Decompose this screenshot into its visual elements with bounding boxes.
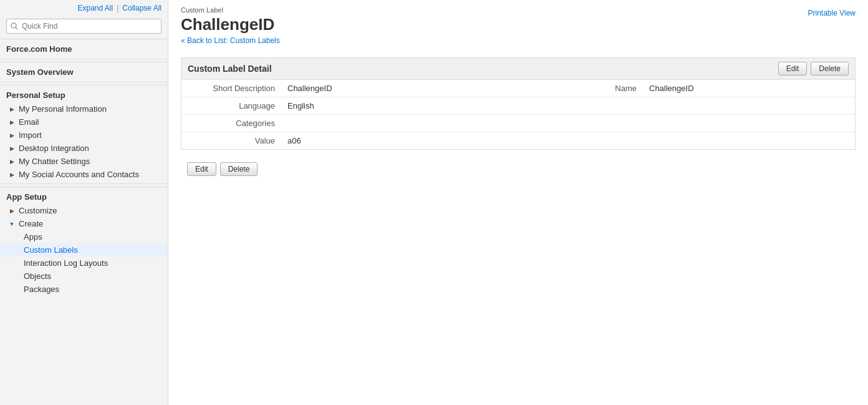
back-link[interactable]: Back to List: Custom Labels [181,36,280,45]
field-label-empty-3 [593,132,643,150]
field-value-short-desc: ChallengeID [281,80,593,97]
delete-button[interactable]: Delete [811,62,849,76]
edit-button-bottom[interactable]: Edit [187,162,216,176]
sidebar-section-system-overview[interactable]: System Overview [0,62,168,79]
detail-section: Custom Label Detail Edit Delete Short De… [181,57,856,150]
table-row: Language English [181,97,855,115]
detail-buttons: Edit Delete [778,62,849,76]
arrow-icon [7,144,16,153]
edit-button[interactable]: Edit [778,62,808,76]
sidebar-section-personal-setup: Personal Setup [0,85,168,102]
sidebar-sub-item-interaction-log[interactable]: Interaction Log Layouts [0,256,168,270]
field-value-empty-2 [643,115,855,132]
sidebar-sub-item-packages[interactable]: Packages [0,283,168,296]
field-label-name: Name [593,80,643,97]
collapse-all-link[interactable]: Collapse All [122,4,162,12]
sidebar-section-app-setup: App Setup [0,187,168,204]
field-value-name: ChallengeID [643,80,855,97]
sidebar-sub-item-objects[interactable]: Objects [0,270,168,283]
arrow-icon [7,118,16,127]
field-label-empty-2 [593,115,643,132]
sidebar-section-force-home[interactable]: Force.com Home [0,39,168,56]
sidebar-item-desktop-integration[interactable]: Desktop Integration [0,142,168,155]
page-title: ChallengeID [181,15,856,34]
field-value-empty-1 [643,97,855,115]
table-row: Short Description ChallengeID Name Chall… [181,80,855,97]
arrow-icon [7,170,16,179]
field-label-short-desc: Short Description [181,80,281,97]
bottom-buttons: Edit Delete [187,162,856,176]
printable-view-link[interactable]: Printable View [808,9,856,17]
sidebar-item-my-personal-info[interactable]: My Personal Information [0,102,168,115]
sidebar-item-customize[interactable]: Customize [0,204,168,217]
sidebar-item-email[interactable]: Email [0,115,168,129]
arrow-icon [7,131,16,140]
sidebar-sub-item-apps[interactable]: Apps [0,230,168,243]
arrow-expanded-icon [7,220,16,228]
expand-all-link[interactable]: Expand All [77,4,113,12]
field-label-language: Language [181,97,281,115]
field-label-categories: Categories [181,115,281,132]
detail-table: Short Description ChallengeID Name Chall… [181,80,855,149]
field-value-categories [281,115,593,132]
table-row: Categories [181,115,855,132]
divider-2 [0,82,168,82]
detail-header: Custom Label Detail Edit Delete [181,58,855,80]
divider-3 [0,183,168,184]
sidebar-item-create[interactable]: Create [0,217,168,230]
sidebar-item-my-social-accounts[interactable]: My Social Accounts and Contacts [0,168,168,181]
sidebar-top-actions: Expand All | Collapse All [0,0,168,16]
main-content: Printable View Custom Label ChallengeID … [168,0,868,405]
table-row: Value a06 [181,132,855,150]
field-value-language: English [281,97,593,115]
sidebar-item-import[interactable]: Import [0,129,168,142]
sidebar: Expand All | Collapse All Force.com Home… [0,0,168,405]
delete-button-bottom[interactable]: Delete [220,162,258,176]
quick-find-wrap [0,16,168,39]
arrow-icon [7,157,16,166]
arrow-icon [7,105,16,114]
arrow-icon [7,207,16,215]
field-label-empty-1 [593,97,643,115]
sidebar-item-my-chatter-settings[interactable]: My Chatter Settings [0,155,168,168]
field-label-value: Value [181,132,281,150]
divider-1 [0,59,168,59]
quick-find-input[interactable] [6,19,162,34]
sidebar-sub-item-custom-labels[interactable]: Custom Labels [0,243,168,256]
field-value-empty-3 [643,132,855,150]
detail-section-title: Custom Label Detail [188,64,272,74]
field-value-value: a06 [281,132,593,150]
breadcrumb: Custom Label [181,6,856,14]
